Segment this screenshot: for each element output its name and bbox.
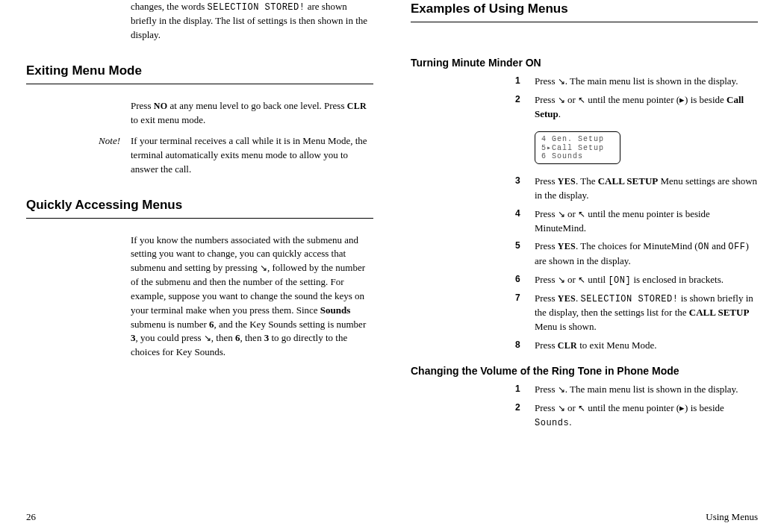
sounds-bold: Sounds — [320, 304, 350, 316]
steps-minute-minder: 1 Press ↘. The main menu list is shown i… — [411, 75, 758, 122]
up-left-arrow-icon: ↖ — [578, 208, 585, 221]
note-body: If your terminal receives a call while i… — [131, 134, 373, 177]
up-left-arrow-icon: ↖ — [578, 94, 585, 107]
step-text: Press CLR to exit Menu Mode. — [535, 339, 758, 353]
step-text: Press YES. SELECTION STORED! is shown br… — [535, 292, 758, 334]
text: until the menu pointer ( — [585, 402, 679, 413]
text: and — [709, 240, 728, 251]
text: Press — [535, 240, 558, 251]
list-item: 7 Press YES. SELECTION STORED! is shown … — [515, 292, 758, 334]
step-number: 1 — [515, 75, 535, 89]
step-text: Press YES. The choices for MinuteMind (O… — [535, 240, 758, 268]
text: submenu is number — [131, 319, 209, 330]
list-item: 2 Press ↘ or ↖ until the menu pointer (▸… — [515, 401, 758, 430]
text: , you could press — [136, 332, 204, 343]
text: or — [565, 402, 578, 413]
text: , then — [240, 332, 264, 343]
selection-stored-text: SELECTION STORED! — [208, 2, 305, 13]
down-right-arrow-icon: ↘ — [260, 262, 267, 275]
list-item: 6 Press ↘ or ↖ until [ON] is enclosed in… — [515, 273, 758, 287]
step-number: 6 — [515, 273, 535, 287]
list-item: 1 Press ↘. The main menu list is shown i… — [515, 75, 758, 89]
text: changes, the words — [131, 1, 208, 12]
text: Press — [535, 75, 558, 87]
down-right-arrow-icon: ↘ — [558, 75, 565, 88]
text: Press — [535, 94, 558, 105]
text: until the menu pointer ( — [585, 94, 679, 105]
down-right-arrow-icon: ↘ — [558, 402, 565, 415]
text: , then — [211, 332, 235, 343]
heading-turning-minute-minder-on: Turning Minute Minder ON — [411, 55, 758, 70]
lcd-line: 4 Gen. Setup — [541, 135, 614, 144]
text: Press — [535, 292, 558, 304]
step-number: 7 — [515, 292, 535, 334]
lcd-line: 5▸Call Setup — [541, 144, 614, 153]
text: at any menu level to go back one level. … — [167, 100, 346, 111]
on-text: ON — [698, 242, 709, 252]
lcd-display: 4 Gen. Setup 5▸Call Setup 6 Sounds — [535, 131, 620, 164]
text: to exit menu mode. — [131, 114, 205, 125]
note-row: Note! If your terminal receives a call w… — [26, 134, 373, 177]
step-text: Press ↘. The main menu list is shown in … — [535, 383, 758, 397]
step-text: Press ↘. The main menu list is shown in … — [535, 75, 758, 89]
step-text: Press YES. The CALL SETUP Menu settings … — [535, 175, 758, 203]
text: . The main menu list is shown in the dis… — [565, 75, 738, 87]
up-left-arrow-icon: ↖ — [578, 402, 585, 415]
step-text: Press ↘ or ↖ until [ON] is enclosed in b… — [535, 273, 758, 287]
text: until — [585, 274, 608, 285]
left-column: changes, the words SELECTION STORED! are… — [26, 0, 373, 434]
down-right-arrow-icon: ↘ — [204, 332, 211, 345]
menu-pointer-icon: ▸ — [679, 402, 685, 413]
text: Press — [535, 175, 558, 187]
text: . The — [576, 175, 598, 187]
text: Press — [535, 339, 558, 351]
text: Press — [131, 100, 154, 111]
quick-access-paragraph: If you know the numbers associated with … — [26, 234, 373, 360]
menu-pointer-icon: ▸ — [679, 94, 685, 105]
right-column: Examples of Using Menus Turning Minute M… — [411, 0, 758, 434]
heading-quickly-accessing-menus: Quickly Accessing Menus — [26, 196, 373, 219]
up-left-arrow-icon: ↖ — [578, 274, 585, 287]
key-yes: YES — [558, 293, 576, 304]
text: Press — [535, 402, 558, 413]
down-right-arrow-icon: ↘ — [558, 208, 565, 221]
text: ) is beside — [685, 402, 724, 413]
text: or — [565, 274, 578, 285]
text: ) is beside — [685, 94, 727, 105]
text: is enclosed in brackets. — [631, 274, 724, 285]
down-right-arrow-icon: ↘ — [558, 94, 565, 107]
step-number: 3 — [515, 175, 535, 203]
text: . — [569, 416, 571, 428]
selection-stored-text: SELECTION STORED! — [580, 294, 678, 304]
text: . The main menu list is shown in the dis… — [565, 384, 738, 395]
key-yes: YES — [558, 241, 576, 251]
steps-volume: 1 Press ↘. The main menu list is shown i… — [411, 383, 758, 430]
key-clr: CLR — [558, 340, 577, 351]
text: Press — [535, 208, 558, 219]
step-text: Press ↘ or ↖ until the menu pointer (▸) … — [535, 401, 758, 430]
text: or — [565, 208, 578, 219]
page-number: 26 — [26, 510, 36, 525]
text: or — [565, 94, 578, 105]
note-label: Note! — [26, 134, 131, 177]
down-right-arrow-icon: ↘ — [558, 274, 565, 287]
step-number: 4 — [515, 207, 535, 236]
down-right-arrow-icon: ↘ — [558, 384, 565, 396]
heading-examples-of-using-menus: Examples of Using Menus — [411, 0, 758, 22]
step-number: 2 — [515, 93, 535, 122]
step-text: Press ↘ or ↖ until the menu pointer is b… — [535, 207, 758, 236]
heading-exiting-menu-mode: Exiting Menu Mode — [26, 62, 373, 84]
step-number: 5 — [515, 240, 535, 268]
list-item: 2 Press ↘ or ↖ until the menu pointer (▸… — [515, 93, 758, 122]
key-clr: CLR — [347, 101, 367, 111]
footer-section: Using Menus — [706, 510, 758, 525]
list-item: 8 Press CLR to exit Menu Mode. — [515, 339, 758, 353]
key-yes: YES — [558, 176, 576, 187]
list-item: 4 Press ↘ or ↖ until the menu pointer is… — [515, 207, 758, 236]
page-footer: 26 Using Menus — [26, 510, 758, 525]
bracketed-on: [ON] — [608, 275, 631, 286]
exit-paragraph: Press NO at any menu level to go back on… — [26, 99, 373, 128]
off-text: OFF — [728, 242, 745, 252]
text: , and the Key Sounds setting is number — [214, 319, 367, 330]
lcd-line: 6 Sounds — [541, 152, 614, 161]
